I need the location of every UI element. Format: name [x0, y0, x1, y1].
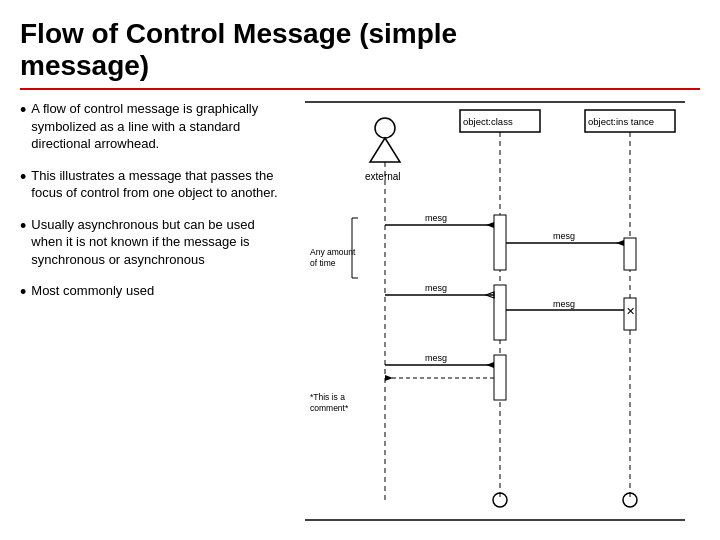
svg-point-1 — [375, 118, 395, 138]
svg-rect-12 — [494, 215, 506, 270]
object-class-label: object:class — [463, 116, 513, 127]
diagram-area: external object:class object:ins tance A… — [290, 100, 700, 530]
bullet-text: Usually asynchronous but can be used whe… — [31, 216, 280, 269]
bullet-text: Most commonly used — [31, 282, 154, 300]
comment-label: *This is a — [310, 392, 345, 402]
title-divider — [20, 88, 700, 90]
page-title: Flow of Control Message (simple message) — [20, 18, 700, 82]
bullet-dot: • — [20, 217, 26, 235]
svg-marker-26 — [486, 362, 494, 368]
bullet-text: A flow of control message is graphically… — [31, 100, 280, 153]
mesg-label-1: mesg — [425, 213, 447, 223]
object-instance-label: object:ins tance — [588, 116, 654, 127]
mesg-label-3: mesg — [425, 283, 447, 293]
page: Flow of Control Message (simple message)… — [0, 0, 720, 540]
mesg-label-4: mesg — [553, 299, 575, 309]
list-item: • Most commonly used — [20, 282, 280, 301]
list-item: • A flow of control message is graphical… — [20, 100, 280, 153]
external-label: external — [365, 171, 401, 182]
svg-text:of time: of time — [310, 258, 336, 268]
bullet-dot: • — [20, 101, 26, 119]
svg-text:✕: ✕ — [626, 305, 635, 317]
sequence-diagram: external object:class object:ins tance A… — [305, 100, 685, 530]
content-area: • A flow of control message is graphical… — [20, 100, 700, 530]
bullet-text: This illustrates a message that passes t… — [31, 167, 280, 202]
mesg-label-2: mesg — [553, 231, 575, 241]
svg-marker-14 — [486, 222, 494, 228]
mesg-label-5: mesg — [425, 353, 447, 363]
svg-text:comment*: comment* — [310, 403, 349, 413]
svg-marker-17 — [616, 240, 624, 246]
any-amount-label: Any amount — [310, 247, 356, 257]
bullet-list: • A flow of control message is graphical… — [20, 100, 280, 530]
svg-marker-2 — [370, 138, 400, 162]
svg-rect-15 — [624, 238, 636, 270]
list-item: • This illustrates a message that passes… — [20, 167, 280, 202]
bullet-dot: • — [20, 168, 26, 186]
svg-rect-24 — [494, 355, 506, 400]
svg-marker-28 — [385, 375, 393, 381]
svg-rect-18 — [494, 285, 506, 340]
list-item: • Usually asynchronous but can be used w… — [20, 216, 280, 269]
bullet-dot: • — [20, 283, 26, 301]
